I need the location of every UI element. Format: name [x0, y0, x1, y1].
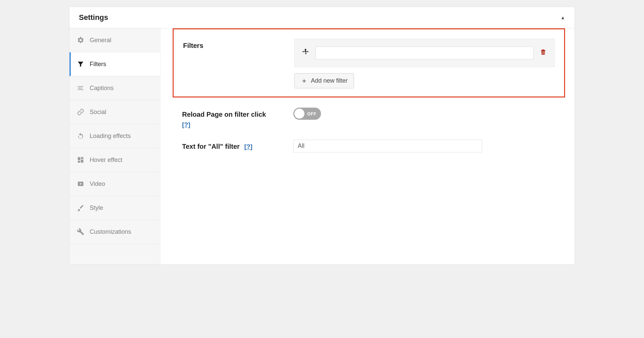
all-text-control — [293, 140, 556, 152]
panel-header: Settings ▲ — [69, 7, 575, 28]
sidebar-item-label: Customizations — [90, 228, 131, 235]
sidebar-item-style[interactable]: Style — [69, 196, 160, 220]
settings-content: Filters ＋ Add — [160, 28, 575, 264]
filters-label: Filters — [183, 39, 284, 50]
panel-body: General Filters Captions Social — [69, 28, 575, 264]
sidebar-item-general[interactable]: General — [69, 28, 160, 52]
sidebar-item-video[interactable]: Video — [69, 172, 160, 196]
filter-icon — [77, 60, 84, 68]
grid-icon — [77, 156, 84, 164]
reload-row: Reload Page on filter click [?] OFF — [182, 108, 556, 130]
all-text-row: Text for "All" filter [?] — [182, 140, 556, 152]
all-text-help-link[interactable]: [?] — [244, 143, 252, 150]
filter-item — [294, 39, 555, 67]
reload-icon — [77, 132, 84, 140]
add-filter-label: Add new filter — [311, 77, 348, 84]
reload-toggle[interactable]: OFF — [293, 108, 321, 120]
svg-rect-4 — [81, 157, 83, 159]
svg-rect-2 — [78, 89, 84, 90]
trash-icon[interactable] — [539, 48, 547, 58]
sidebar-item-label: Style — [90, 204, 103, 212]
sidebar-item-filters[interactable]: Filters — [69, 52, 160, 76]
wrench-icon — [77, 228, 84, 235]
svg-rect-3 — [78, 157, 80, 160]
svg-rect-0 — [78, 86, 84, 87]
toggle-knob — [294, 109, 304, 119]
filters-highlight-box: Filters ＋ Add — [173, 28, 565, 97]
sidebar-item-social[interactable]: Social — [69, 100, 160, 124]
sidebar-item-captions[interactable]: Captions — [69, 76, 160, 100]
sidebar-item-loading-effects[interactable]: Loading effects — [69, 124, 160, 148]
sidebar-item-label: Social — [90, 109, 106, 116]
play-icon — [77, 180, 84, 188]
sidebar-item-label: General — [90, 37, 111, 44]
add-new-filter-button[interactable]: ＋ Add new filter — [294, 73, 354, 88]
settings-sidebar: General Filters Captions Social — [69, 28, 160, 264]
sidebar-item-label: Loading effects — [90, 133, 131, 140]
filter-name-input[interactable] — [316, 47, 533, 59]
gear-icon — [77, 36, 84, 44]
svg-rect-6 — [78, 161, 80, 163]
toggle-state-label: OFF — [307, 111, 317, 116]
panel-title: Settings — [79, 13, 108, 22]
sidebar-item-label: Filters — [90, 61, 106, 68]
filters-control: ＋ Add new filter — [294, 39, 555, 88]
collapse-icon[interactable]: ▲ — [560, 15, 565, 20]
reload-control: OFF — [293, 108, 556, 120]
sidebar-item-customizations[interactable]: Customizations — [69, 220, 160, 244]
filters-row: Filters ＋ Add — [183, 39, 555, 88]
reload-label-text: Reload Page on filter click — [182, 110, 283, 119]
svg-rect-1 — [78, 88, 82, 88]
drag-handle-icon[interactable] — [302, 48, 310, 58]
reload-help-link[interactable]: [?] — [182, 120, 190, 130]
sidebar-item-label: Video — [90, 180, 105, 188]
settings-panel: Settings ▲ General Filters Caption — [69, 7, 575, 265]
all-filter-text-input[interactable] — [293, 140, 482, 152]
all-text-label: Text for "All" filter — [182, 143, 240, 150]
reload-label: Reload Page on filter click [?] — [182, 108, 283, 130]
sidebar-item-hover-effect[interactable]: Hover effect — [69, 148, 160, 172]
all-text-label-wrap: Text for "All" filter [?] — [182, 140, 283, 151]
captions-icon — [77, 84, 84, 92]
sidebar-item-label: Hover effect — [90, 157, 122, 164]
plus-icon: ＋ — [301, 76, 308, 85]
link-icon — [77, 108, 84, 116]
sidebar-item-label: Captions — [90, 85, 114, 92]
svg-rect-5 — [81, 160, 83, 163]
brush-icon — [77, 204, 84, 212]
